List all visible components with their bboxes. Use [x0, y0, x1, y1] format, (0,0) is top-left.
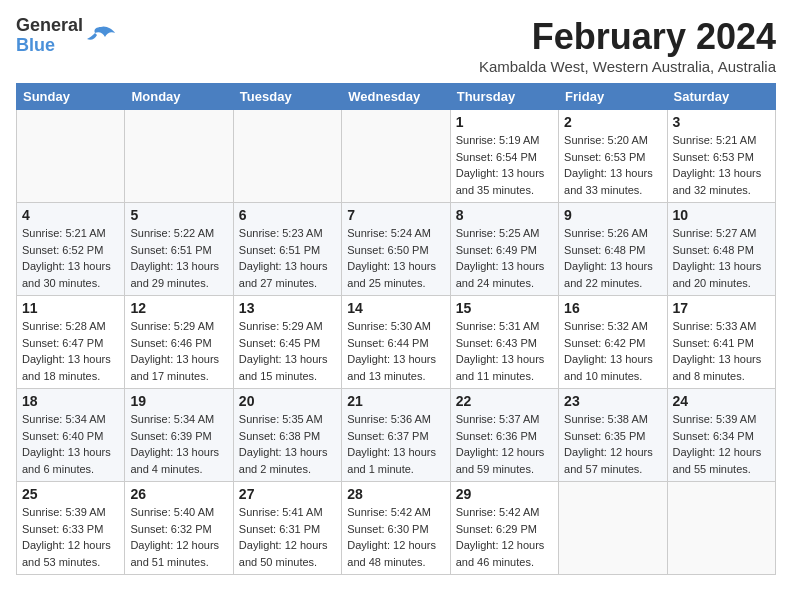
day-number: 4 [22, 207, 119, 223]
day-info: Sunrise: 5:23 AM Sunset: 6:51 PM Dayligh… [239, 225, 336, 291]
calendar-cell: 11Sunrise: 5:28 AM Sunset: 6:47 PM Dayli… [17, 296, 125, 389]
week-row-4: 18Sunrise: 5:34 AM Sunset: 6:40 PM Dayli… [17, 389, 776, 482]
day-number: 15 [456, 300, 553, 316]
calendar-cell [559, 482, 667, 575]
calendar-cell: 28Sunrise: 5:42 AM Sunset: 6:30 PM Dayli… [342, 482, 450, 575]
day-info: Sunrise: 5:32 AM Sunset: 6:42 PM Dayligh… [564, 318, 661, 384]
col-header-tuesday: Tuesday [233, 84, 341, 110]
calendar-cell: 26Sunrise: 5:40 AM Sunset: 6:32 PM Dayli… [125, 482, 233, 575]
calendar-cell: 17Sunrise: 5:33 AM Sunset: 6:41 PM Dayli… [667, 296, 775, 389]
day-info: Sunrise: 5:42 AM Sunset: 6:30 PM Dayligh… [347, 504, 444, 570]
col-header-friday: Friday [559, 84, 667, 110]
day-info: Sunrise: 5:30 AM Sunset: 6:44 PM Dayligh… [347, 318, 444, 384]
day-number: 1 [456, 114, 553, 130]
calendar-cell: 4Sunrise: 5:21 AM Sunset: 6:52 PM Daylig… [17, 203, 125, 296]
day-info: Sunrise: 5:34 AM Sunset: 6:39 PM Dayligh… [130, 411, 227, 477]
day-number: 13 [239, 300, 336, 316]
day-info: Sunrise: 5:21 AM Sunset: 6:52 PM Dayligh… [22, 225, 119, 291]
day-info: Sunrise: 5:37 AM Sunset: 6:36 PM Dayligh… [456, 411, 553, 477]
day-info: Sunrise: 5:39 AM Sunset: 6:33 PM Dayligh… [22, 504, 119, 570]
calendar-cell: 24Sunrise: 5:39 AM Sunset: 6:34 PM Dayli… [667, 389, 775, 482]
calendar-cell: 16Sunrise: 5:32 AM Sunset: 6:42 PM Dayli… [559, 296, 667, 389]
calendar-cell: 6Sunrise: 5:23 AM Sunset: 6:51 PM Daylig… [233, 203, 341, 296]
calendar-cell: 19Sunrise: 5:34 AM Sunset: 6:39 PM Dayli… [125, 389, 233, 482]
day-info: Sunrise: 5:33 AM Sunset: 6:41 PM Dayligh… [673, 318, 770, 384]
day-number: 22 [456, 393, 553, 409]
week-row-3: 11Sunrise: 5:28 AM Sunset: 6:47 PM Dayli… [17, 296, 776, 389]
day-number: 6 [239, 207, 336, 223]
day-info: Sunrise: 5:35 AM Sunset: 6:38 PM Dayligh… [239, 411, 336, 477]
calendar-cell [125, 110, 233, 203]
col-header-saturday: Saturday [667, 84, 775, 110]
day-info: Sunrise: 5:28 AM Sunset: 6:47 PM Dayligh… [22, 318, 119, 384]
day-info: Sunrise: 5:29 AM Sunset: 6:46 PM Dayligh… [130, 318, 227, 384]
month-title: February 2024 [479, 16, 776, 58]
day-number: 7 [347, 207, 444, 223]
day-info: Sunrise: 5:24 AM Sunset: 6:50 PM Dayligh… [347, 225, 444, 291]
day-info: Sunrise: 5:31 AM Sunset: 6:43 PM Dayligh… [456, 318, 553, 384]
day-info: Sunrise: 5:40 AM Sunset: 6:32 PM Dayligh… [130, 504, 227, 570]
day-info: Sunrise: 5:25 AM Sunset: 6:49 PM Dayligh… [456, 225, 553, 291]
logo: General Blue [16, 16, 115, 56]
day-number: 18 [22, 393, 119, 409]
day-number: 9 [564, 207, 661, 223]
calendar-cell: 21Sunrise: 5:36 AM Sunset: 6:37 PM Dayli… [342, 389, 450, 482]
day-number: 3 [673, 114, 770, 130]
calendar-cell: 25Sunrise: 5:39 AM Sunset: 6:33 PM Dayli… [17, 482, 125, 575]
day-number: 17 [673, 300, 770, 316]
calendar-cell: 8Sunrise: 5:25 AM Sunset: 6:49 PM Daylig… [450, 203, 558, 296]
week-row-5: 25Sunrise: 5:39 AM Sunset: 6:33 PM Dayli… [17, 482, 776, 575]
day-number: 11 [22, 300, 119, 316]
col-header-thursday: Thursday [450, 84, 558, 110]
day-number: 8 [456, 207, 553, 223]
logo-bird-icon [87, 25, 115, 47]
day-number: 29 [456, 486, 553, 502]
calendar-cell: 14Sunrise: 5:30 AM Sunset: 6:44 PM Dayli… [342, 296, 450, 389]
day-info: Sunrise: 5:38 AM Sunset: 6:35 PM Dayligh… [564, 411, 661, 477]
day-number: 28 [347, 486, 444, 502]
header-row: SundayMondayTuesdayWednesdayThursdayFrid… [17, 84, 776, 110]
subtitle: Kambalda West, Western Australia, Austra… [479, 58, 776, 75]
day-number: 14 [347, 300, 444, 316]
day-number: 19 [130, 393, 227, 409]
calendar-cell: 22Sunrise: 5:37 AM Sunset: 6:36 PM Dayli… [450, 389, 558, 482]
col-header-sunday: Sunday [17, 84, 125, 110]
day-number: 24 [673, 393, 770, 409]
day-number: 25 [22, 486, 119, 502]
calendar-cell: 18Sunrise: 5:34 AM Sunset: 6:40 PM Dayli… [17, 389, 125, 482]
calendar-cell: 1Sunrise: 5:19 AM Sunset: 6:54 PM Daylig… [450, 110, 558, 203]
day-number: 23 [564, 393, 661, 409]
calendar-cell: 9Sunrise: 5:26 AM Sunset: 6:48 PM Daylig… [559, 203, 667, 296]
day-info: Sunrise: 5:26 AM Sunset: 6:48 PM Dayligh… [564, 225, 661, 291]
calendar-table: SundayMondayTuesdayWednesdayThursdayFrid… [16, 83, 776, 575]
col-header-monday: Monday [125, 84, 233, 110]
logo-blue: Blue [16, 36, 83, 56]
calendar-cell: 29Sunrise: 5:42 AM Sunset: 6:29 PM Dayli… [450, 482, 558, 575]
col-header-wednesday: Wednesday [342, 84, 450, 110]
header: General Blue February 2024 Kambalda West… [16, 16, 776, 75]
calendar-cell: 10Sunrise: 5:27 AM Sunset: 6:48 PM Dayli… [667, 203, 775, 296]
day-number: 2 [564, 114, 661, 130]
day-info: Sunrise: 5:20 AM Sunset: 6:53 PM Dayligh… [564, 132, 661, 198]
day-number: 12 [130, 300, 227, 316]
day-info: Sunrise: 5:34 AM Sunset: 6:40 PM Dayligh… [22, 411, 119, 477]
day-number: 26 [130, 486, 227, 502]
day-number: 16 [564, 300, 661, 316]
day-number: 10 [673, 207, 770, 223]
calendar-cell: 27Sunrise: 5:41 AM Sunset: 6:31 PM Dayli… [233, 482, 341, 575]
calendar-cell: 23Sunrise: 5:38 AM Sunset: 6:35 PM Dayli… [559, 389, 667, 482]
calendar-cell [17, 110, 125, 203]
day-number: 27 [239, 486, 336, 502]
day-info: Sunrise: 5:19 AM Sunset: 6:54 PM Dayligh… [456, 132, 553, 198]
calendar-cell: 13Sunrise: 5:29 AM Sunset: 6:45 PM Dayli… [233, 296, 341, 389]
day-info: Sunrise: 5:29 AM Sunset: 6:45 PM Dayligh… [239, 318, 336, 384]
week-row-2: 4Sunrise: 5:21 AM Sunset: 6:52 PM Daylig… [17, 203, 776, 296]
title-area: February 2024 Kambalda West, Western Aus… [479, 16, 776, 75]
week-row-1: 1Sunrise: 5:19 AM Sunset: 6:54 PM Daylig… [17, 110, 776, 203]
day-number: 5 [130, 207, 227, 223]
calendar-cell: 2Sunrise: 5:20 AM Sunset: 6:53 PM Daylig… [559, 110, 667, 203]
day-number: 20 [239, 393, 336, 409]
calendar-cell [667, 482, 775, 575]
day-number: 21 [347, 393, 444, 409]
day-info: Sunrise: 5:39 AM Sunset: 6:34 PM Dayligh… [673, 411, 770, 477]
